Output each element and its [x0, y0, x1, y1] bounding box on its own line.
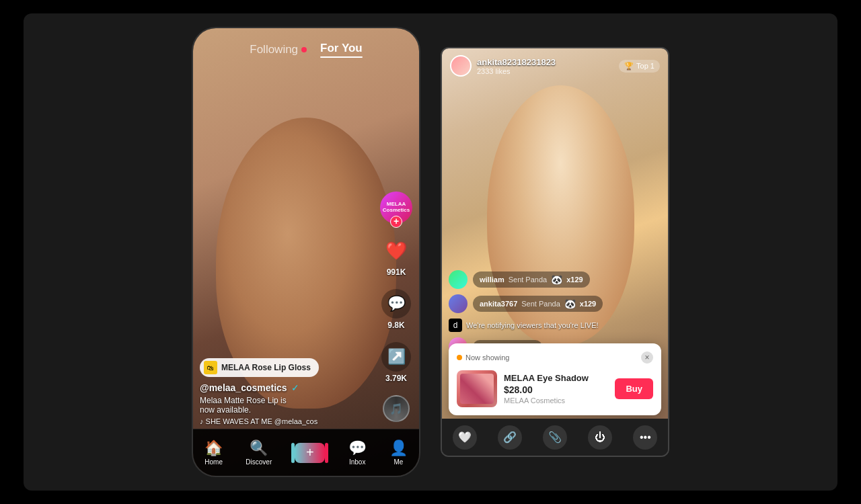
live-more-button[interactable]: ••• — [633, 425, 657, 450]
creator-avatar-text: MELAA Cosmetics — [380, 202, 412, 214]
home-label: Home — [204, 458, 223, 466]
ankita-count: x129 — [580, 300, 596, 308]
discover-icon: 🔍 — [250, 439, 268, 457]
product-card: Now showing × MELAA Eye Shadow $28.00 ME… — [449, 343, 661, 415]
profile-icon: 👤 — [389, 439, 408, 457]
live-pin-button[interactable]: 📎 — [543, 425, 567, 450]
nav-me[interactable]: 👤 Me — [389, 439, 408, 466]
inbox-icon: 💬 — [348, 439, 367, 457]
comments-count: 9.8K — [387, 321, 404, 330]
panda-emoji-1: 🐼 — [551, 274, 562, 285]
live-username-block: ankita82318231823 2333 likes — [477, 57, 556, 75]
live-pin-icon: 📎 — [548, 431, 562, 444]
card-close-button[interactable]: × — [641, 351, 653, 364]
foryou-underline — [320, 56, 363, 58]
following-dot — [301, 47, 307, 52]
comment-button[interactable]: 💬 9.8K — [381, 289, 411, 330]
tiktok-notice: d We're notifying viewers that you're LI… — [449, 319, 661, 332]
home-icon: 🏠 — [204, 439, 223, 457]
buy-button[interactable]: Buy — [615, 378, 653, 399]
live-heart-button[interactable]: 🤍 — [453, 425, 477, 450]
live-top-bar: ankita82318231823 2333 likes 🏆 Top 1 — [442, 48, 668, 83]
comment-row-ankita: ankita3767 Sent Panda 🐼 x129 — [449, 294, 661, 313]
card-body: MELAA Eye Shadow $28.00 MELAA Cosmetics … — [457, 370, 653, 407]
like-button[interactable]: ❤️ 991K — [381, 236, 411, 277]
live-username[interactable]: ankita82318231823 — [477, 57, 556, 67]
live-likes: 2333 likes — [477, 67, 556, 75]
live-notice-text: We're notifying viewers that you're LIVE… — [466, 321, 599, 329]
product-info: MELAA Eye Shadow $28.00 MELAA Cosmetics — [504, 373, 608, 405]
live-power-icon: ⏻ — [595, 431, 605, 444]
card-header: Now showing × — [457, 351, 653, 364]
tiktok-logo-icon: d — [449, 319, 462, 332]
trophy-icon: 🏆 — [624, 62, 634, 71]
william-action: Sent Panda — [509, 276, 548, 284]
create-button[interactable]: + — [295, 443, 325, 463]
inbox-label: Inbox — [349, 458, 365, 466]
comment-row-william: william Sent Panda 🐼 x129 — [449, 270, 661, 289]
live-heart-icon: 🤍 — [458, 431, 472, 444]
share-button[interactable]: ↗️ 3.79K — [381, 342, 411, 383]
music-info: ♪ SHE WAVES AT ME @melaa_cos — [200, 417, 379, 425]
music-disc-icon: 🎵 — [383, 395, 410, 422]
ankita-action: Sent Panda — [521, 300, 560, 308]
william-avatar — [449, 270, 467, 289]
live-link-button[interactable]: 🔗 — [498, 425, 522, 450]
foryou-label: For You — [320, 42, 363, 55]
live-link-icon: 🔗 — [503, 431, 517, 444]
product-card-brand: MELAA Cosmetics — [504, 396, 608, 405]
william-username: william — [480, 276, 504, 284]
live-bottom-controls: 🤍 🔗 📎 ⏻ ••• — [442, 419, 668, 456]
following-tab[interactable]: Following — [250, 43, 307, 56]
foryou-tab[interactable]: For You — [320, 42, 363, 58]
nav-inbox[interactable]: 💬 Inbox — [348, 439, 367, 466]
creator-username[interactable]: @melaa_cosmetics — [200, 382, 287, 393]
product-thumbnail — [457, 370, 497, 407]
live-user-info: ankita82318231823 2333 likes — [450, 55, 556, 77]
bottom-nav: 🏠 Home 🔍 Discover + 💬 Inbox 👤 Me — [193, 429, 419, 476]
follow-plus[interactable]: + — [390, 216, 402, 228]
ankita-username: ankita3767 — [480, 300, 517, 308]
live-more-icon: ••• — [640, 431, 651, 444]
creator-avatar[interactable]: MELAA Cosmetics + — [380, 192, 412, 224]
video-description: Melaa Matte Rose Lip isnow available. — [200, 396, 379, 415]
now-dot — [457, 355, 462, 360]
share-icon: ↗️ — [381, 342, 411, 372]
william-comment: william Sent Panda 🐼 x129 — [473, 271, 590, 288]
discover-label: Discover — [246, 458, 272, 466]
nav-home[interactable]: 🏠 Home — [204, 439, 223, 466]
now-showing-text: Now showing — [465, 353, 509, 362]
left-bottom-info: 🛍 MELAA Rose Lip Gloss @melaa_cosmetics … — [200, 358, 379, 425]
nav-create[interactable]: + — [295, 443, 325, 463]
product-pill[interactable]: 🛍 MELAA Rose Lip Gloss — [200, 358, 319, 377]
username-row: @melaa_cosmetics ✓ — [200, 382, 379, 393]
outer-container: Following For You MELAA Cosmetics + ❤️ 9… — [24, 13, 837, 491]
left-phone: Following For You MELAA Cosmetics + ❤️ 9… — [192, 27, 420, 477]
nav-discover[interactable]: 🔍 Discover — [246, 439, 272, 466]
heart-icon: ❤️ — [381, 236, 411, 265]
ankita-comment: ankita3767 Sent Panda 🐼 x129 — [473, 296, 603, 312]
live-power-button[interactable]: ⏻ — [588, 425, 612, 450]
now-showing-label: Now showing — [457, 353, 509, 362]
ankita-avatar — [449, 294, 467, 313]
panda-emoji-2: 🐼 — [564, 298, 576, 309]
comment-icon: 💬 — [381, 289, 411, 319]
product-pill-name: MELAA Rose Lip Gloss — [221, 363, 311, 372]
product-card-price: $28.00 — [504, 384, 608, 395]
music-disc: 🎵 — [383, 395, 410, 422]
shares-count: 3.79K — [385, 374, 407, 383]
left-top-nav: Following For You — [193, 28, 419, 65]
likes-count: 991K — [387, 267, 406, 277]
left-actions: MELAA Cosmetics + ❤️ 991K 💬 9.8K ↗️ 3.79… — [380, 192, 412, 422]
william-count: x129 — [566, 276, 583, 284]
right-phone: ankita82318231823 2333 likes 🏆 Top 1 wil… — [441, 47, 669, 457]
following-label: Following — [250, 43, 298, 56]
me-label: Me — [394, 458, 403, 466]
product-bag-icon: 🛍 — [204, 361, 217, 374]
product-card-title: MELAA Eye Shadow — [504, 373, 608, 383]
top1-label: Top 1 — [636, 62, 654, 70]
verified-badge: ✓ — [291, 382, 299, 393]
live-avatar[interactable] — [450, 55, 472, 77]
top1-badge: 🏆 Top 1 — [619, 60, 660, 73]
